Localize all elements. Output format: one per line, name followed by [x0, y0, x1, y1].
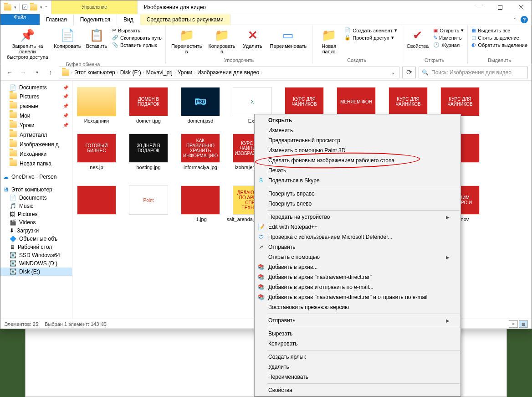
rename-button[interactable]: ▭Переименовать [268, 27, 309, 50]
address-dropdown-icon[interactable]: ⌄ [391, 70, 395, 75]
history-button[interactable]: 🕑Журнал [433, 41, 464, 48]
sidebar-item[interactable]: 💽SSD Windows64 [0, 251, 72, 259]
file-item[interactable]: Исходники [77, 87, 116, 124]
context-menu-item[interactable]: Удалить [255, 362, 460, 372]
sidebar-item[interactable]: Pictures📌 [0, 92, 72, 101]
paste-button[interactable]: 📋 Вставить [84, 27, 109, 50]
qat-overflow-icon[interactable]: ⁼ [45, 5, 47, 10]
back-button[interactable]: ← [4, 67, 15, 78]
sidebar-item[interactable]: Новая папка [0, 159, 72, 168]
delete-button[interactable]: ✕Удалить [240, 27, 266, 50]
sidebar-item[interactable]: 🖼Pictures [0, 210, 72, 218]
sidebar-item[interactable]: Артметалл [0, 130, 72, 139]
chevron-right-icon[interactable]: › [174, 70, 176, 75]
chevron-right-icon[interactable]: › [71, 70, 72, 75]
minimize-button[interactable] [469, 0, 490, 14]
context-menu-item[interactable]: Изменить с помощью Paint 3D [255, 145, 460, 155]
new-item-button[interactable]: 📄Создать элемент ▾ [344, 27, 397, 34]
refresh-button[interactable]: ⟳ [402, 67, 416, 78]
breadcrumb-segment[interactable]: Movavi_prj [146, 69, 173, 76]
qat-dropdown-icon[interactable]: ▾ [40, 5, 42, 10]
properties-button[interactable]: ✔Свойства [405, 27, 430, 50]
file-item[interactable]: ГОТОВЫЙ БИЗНЕСnes.jp [77, 134, 116, 175]
sidebar-item[interactable]: Исходники [0, 149, 72, 159]
context-menu-item[interactable]: Переименовать [255, 372, 460, 382]
file-item[interactable]: PSDPsdomeni.psd [181, 87, 220, 124]
context-menu-item[interactable]: Свойства [255, 385, 460, 395]
context-menu-item[interactable]: 📚Добавить в архив и отправить по e-mail.… [255, 282, 460, 292]
file-item[interactable]: КАК ПРАВИЛЬНО ХРАНИТЬ ИНФОРМАЦИЮinformac… [181, 134, 220, 175]
select-none-button[interactable]: ▢Снять выделение [471, 34, 527, 41]
help-icon[interactable]: ? [521, 16, 528, 23]
sidebar-item[interactable]: 🎵Music [0, 202, 72, 210]
move-to-button[interactable]: 📁Переместить в [169, 27, 204, 55]
context-menu-item[interactable]: SПоделиться в Skype [255, 175, 460, 186]
context-menu-item[interactable]: Изменить [255, 125, 460, 135]
select-all-button[interactable]: ▦Выделить все [471, 27, 527, 34]
icons-view-button[interactable]: ▦ [519, 320, 528, 328]
sidebar-item[interactable]: Мои📌 [0, 111, 72, 120]
copy-path-button[interactable]: 🔗Скопировать путь [112, 34, 162, 41]
chevron-right-icon[interactable]: › [194, 70, 195, 75]
context-menu-item[interactable]: 🛡Проверка с использованием Microsoft Def… [255, 232, 460, 242]
sidebar-item[interactable]: Уроки📌 [0, 120, 72, 130]
sidebar-item[interactable]: 🖥Рабочий стол [0, 243, 72, 251]
sidebar-item[interactable]: разные📌 [0, 101, 72, 111]
context-menu-item[interactable]: Отправить▶ [255, 315, 460, 325]
tab-picture-tools[interactable]: Средства работы с рисунками [140, 14, 230, 25]
chevron-right-icon[interactable]: › [261, 70, 262, 75]
sidebar-item[interactable]: 💽WINDOWS (D:) [0, 259, 72, 268]
context-menu-item[interactable]: Предварительный просмотр [255, 135, 460, 145]
new-folder-button[interactable]: 📁Новая папка [316, 27, 342, 55]
easy-access-button[interactable]: 🔓Простой доступ ▾ [344, 34, 397, 41]
context-menu-item[interactable]: Восстановить прежнюю версию [255, 302, 460, 312]
context-menu-item[interactable]: Открыть с помощью▶ [255, 252, 460, 262]
open-button[interactable]: ▣Открыть ▾ [433, 27, 464, 34]
context-menu-item[interactable]: Повернуть влево [255, 199, 460, 209]
context-menu-item[interactable]: Копировать [255, 339, 460, 349]
sidebar-item[interactable]: Изображения д [0, 139, 72, 149]
invert-selection-button[interactable]: ◐Обратить выделение [471, 41, 527, 48]
up-button[interactable]: ↑ [45, 67, 56, 78]
breadcrumb-segment[interactable]: Этот компьютер [74, 69, 115, 76]
recent-locations-button[interactable]: ▾ [31, 67, 42, 78]
file-item[interactable]: -1.jpg [181, 186, 220, 222]
sidebar-item[interactable]: 🎬Videos [0, 218, 72, 227]
forward-button[interactable]: → [18, 67, 29, 78]
context-menu-item[interactable]: 📝Edit with Notepad++ [255, 222, 460, 232]
tab-file[interactable]: Файл [0, 14, 40, 25]
paste-shortcut-button[interactable]: 📎Вставить ярлык [112, 41, 162, 48]
navigation-pane[interactable]: 📄Documents📌Pictures📌разные📌Мои📌Уроки📌Арт… [0, 81, 72, 319]
sidebar-item[interactable]: 🖥Этот компьютер [0, 186, 72, 194]
sidebar-item[interactable]: ☁OneDrive - Person [0, 173, 72, 181]
search-box[interactable]: 🔍 Поиск: Изображения для видео [419, 67, 528, 78]
breadcrumb-segment[interactable]: Изображения для видео [197, 69, 259, 76]
sidebar-item[interactable]: 🔷Объемные объ [0, 235, 72, 243]
context-menu-item[interactable]: Создать ярлык [255, 352, 460, 362]
context-menu-item[interactable]: Вырезать [255, 329, 460, 339]
pin-to-quick-access-button[interactable]: 📌 Закрепить на панели быстрого доступа [4, 27, 51, 61]
file-item[interactable]: 30 ДНЕЙ В ПОДАРОКhosting.jpg [129, 134, 168, 175]
tab-home[interactable]: Главная [40, 14, 74, 26]
context-menu-item[interactable]: 📚Добавить в архив "nastraivaem-direct.ra… [255, 292, 460, 302]
maximize-button[interactable] [490, 0, 511, 14]
breadcrumb-segment[interactable]: Уроки [178, 69, 192, 76]
chevron-right-icon[interactable]: › [117, 70, 118, 75]
ribbon-collapse-icon[interactable]: ⌃ [513, 17, 517, 22]
context-menu-item[interactable]: Открыть [255, 115, 460, 125]
context-menu-item[interactable]: 📚Добавить в архив "nastraivaem-direct.ra… [255, 272, 460, 282]
file-item[interactable]: Point [129, 186, 168, 222]
context-menu-item[interactable]: Передать на устройство▶ [255, 212, 460, 222]
context-menu-item[interactable]: Печать [255, 165, 460, 175]
details-view-button[interactable]: ≡ [509, 320, 518, 328]
context-menu-item[interactable]: 📚Добавить в архив... [255, 262, 460, 272]
sidebar-item[interactable]: ⬇Загрузки [0, 227, 72, 235]
copy-button[interactable]: 📄 Копировать [54, 27, 81, 50]
context-menu-item[interactable]: Сделать фоновым изображением рабочего ст… [255, 155, 460, 165]
copy-to-button[interactable]: 📁Копировать в [206, 27, 237, 55]
file-item[interactable]: ДОМЕН В ПОДАРОКdomeni.jpg [129, 87, 168, 124]
close-button[interactable] [511, 0, 532, 14]
context-menu-item[interactable]: Повернуть вправо [255, 189, 460, 199]
sidebar-item[interactable]: 📄Documents📌 [0, 83, 72, 92]
qat-dropdown-icon[interactable]: ▾ [14, 5, 16, 10]
